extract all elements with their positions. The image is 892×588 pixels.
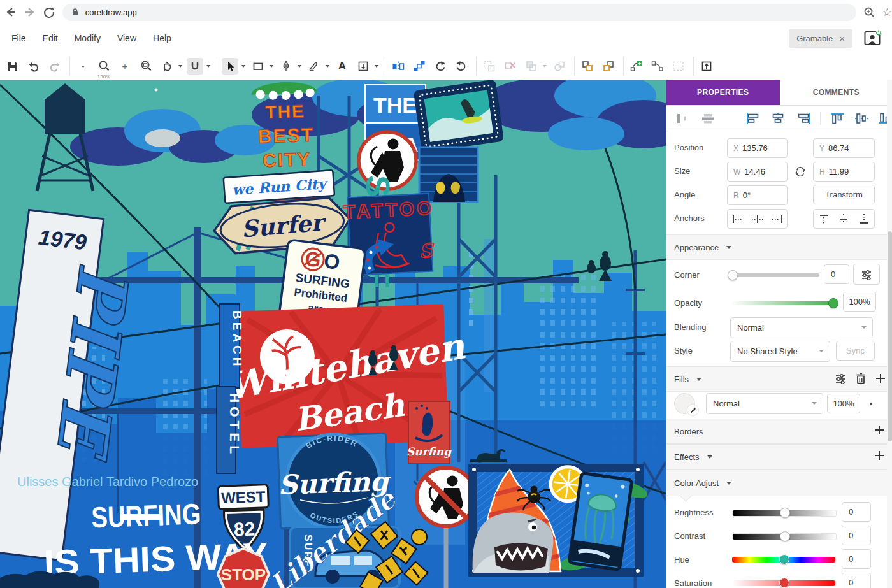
contrast-value-field[interactable] (842, 526, 871, 545)
eyedropper-icon[interactable] (687, 404, 699, 416)
zoom-out-button[interactable]: - (75, 58, 91, 75)
chip-close-icon[interactable]: × (839, 33, 845, 44)
fill-visibility-eye-icon[interactable] (864, 398, 878, 410)
menu-modify[interactable]: Modify (75, 33, 101, 43)
hue-value-field[interactable] (842, 549, 871, 569)
fills-collapse-icon[interactable] (696, 378, 701, 381)
anchor-left-icon[interactable] (731, 214, 745, 224)
angle-field[interactable]: R (727, 185, 788, 205)
tab-properties[interactable]: PROPERTIES (666, 80, 780, 105)
size-h-input[interactable] (828, 166, 867, 177)
saturation-value-input[interactable] (847, 577, 872, 588)
distribute-vertical-icon[interactable] (700, 112, 716, 125)
snap-magnet-tool[interactable] (187, 58, 203, 75)
bring-forward-button[interactable] (579, 58, 596, 75)
pan-tool[interactable] (159, 58, 175, 75)
bookmark-star-icon[interactable]: ☆ (882, 7, 892, 18)
opacity-slider[interactable] (730, 301, 835, 305)
undo-button[interactable] (25, 58, 42, 75)
borders-section-header[interactable]: Borders (666, 419, 892, 444)
angle-input[interactable] (742, 190, 781, 201)
corner-value-field[interactable] (824, 264, 849, 284)
saturation-value-field[interactable] (842, 573, 871, 588)
brightness-value-input[interactable] (847, 506, 872, 517)
appearance-section-header[interactable]: Appearance (666, 234, 892, 260)
distribute-horizontal-icon[interactable] (674, 112, 691, 125)
pan-tool-flyout[interactable] (178, 65, 182, 68)
anchor-center-h-icon[interactable] (751, 214, 765, 224)
opacity-value[interactable]: 100% (843, 292, 876, 312)
user-avatar[interactable] (864, 29, 882, 47)
position-x-input[interactable] (741, 143, 780, 154)
combine-flyout[interactable] (543, 65, 547, 68)
brightness-value-field[interactable] (842, 502, 871, 522)
redo-button[interactable] (47, 58, 63, 75)
text-tool[interactable]: A (334, 58, 350, 75)
pen-tool-flyout[interactable] (298, 65, 301, 68)
effects-collapse-icon[interactable] (707, 455, 712, 459)
knife-tool[interactable] (306, 58, 322, 75)
shark-billboard[interactable] (468, 464, 649, 577)
align-left-icon[interactable] (745, 112, 761, 125)
rotate-ccw-button[interactable] (432, 58, 449, 75)
contrast-value-input[interactable] (847, 530, 872, 541)
export-button[interactable] (698, 58, 715, 75)
surfer-photo-frame[interactable] (414, 80, 504, 153)
browser-back-button[interactable] (3, 3, 19, 22)
align-middle-icon[interactable] (854, 112, 869, 125)
browser-address-bar[interactable]: coreldraw.app (62, 4, 856, 21)
knife-tool-flyout[interactable] (326, 65, 329, 68)
position-y-field[interactable]: Y (813, 138, 875, 158)
browser-reload-button[interactable] (41, 3, 57, 22)
combine-shapes-button[interactable] (523, 58, 540, 75)
corner-options-button[interactable] (853, 264, 880, 285)
saturation-slider[interactable] (732, 580, 835, 586)
menu-edit[interactable]: Edit (43, 33, 58, 43)
menu-file[interactable]: File (11, 33, 26, 43)
tab-comments[interactable]: COMMENTS (780, 80, 892, 105)
size-w-input[interactable] (743, 166, 782, 177)
fill-color-swatch[interactable] (674, 393, 695, 414)
position-y-input[interactable] (827, 143, 867, 154)
send-backward-button[interactable] (600, 58, 617, 75)
corner-value-input[interactable] (830, 269, 854, 280)
style-sync-button[interactable]: Sync (836, 341, 875, 361)
group-button[interactable] (481, 58, 498, 75)
zoom-in-icon[interactable] (863, 6, 876, 19)
pen-tool[interactable] (278, 58, 294, 75)
zoom-to-area-tool[interactable] (138, 58, 154, 75)
color-adjust-section-header[interactable]: Color Adjust (666, 470, 892, 496)
add-fill-icon[interactable] (875, 373, 886, 384)
anchor-middle-v-icon[interactable] (838, 213, 849, 226)
blending-select[interactable]: Normal (730, 317, 873, 338)
hue-value-input[interactable] (847, 554, 872, 564)
size-h-field[interactable]: H (813, 162, 875, 182)
edit-nodes-button[interactable] (649, 58, 666, 75)
import-button[interactable] (355, 58, 371, 75)
zoom-tool[interactable]: 150% (96, 58, 112, 75)
hue-slider[interactable] (732, 557, 835, 563)
align-right-icon[interactable] (795, 112, 812, 125)
browser-forward-button[interactable] (22, 3, 38, 22)
flip-horizontal-button[interactable] (390, 58, 406, 75)
appearance-collapse-icon[interactable] (726, 246, 731, 249)
ungroup-button[interactable] (502, 58, 519, 75)
transform-button[interactable]: Transform (813, 185, 875, 204)
fills-section-header[interactable]: Fills (666, 366, 892, 392)
delete-fill-icon[interactable] (855, 372, 867, 385)
shape-tool-flyout[interactable] (270, 65, 273, 68)
brightness-slider[interactable] (732, 510, 837, 517)
weld-shapes-button[interactable] (551, 58, 568, 75)
menu-help[interactable]: Help (153, 33, 171, 43)
anchor-bottom-icon[interactable] (859, 213, 869, 226)
align-center-horizontal-icon[interactable] (770, 112, 786, 125)
add-node-button[interactable] (628, 58, 645, 75)
distribute-objects-button[interactable] (411, 58, 428, 75)
effects-section-header[interactable]: Effects (666, 444, 892, 470)
save-button[interactable] (4, 58, 21, 75)
style-select[interactable]: No Shared Style (730, 341, 830, 362)
add-border-icon[interactable] (874, 424, 885, 436)
fill-blend-select[interactable]: Normal (706, 393, 823, 414)
align-top-icon[interactable] (830, 112, 845, 125)
fill-opacity-value[interactable]: 100% (827, 394, 860, 413)
